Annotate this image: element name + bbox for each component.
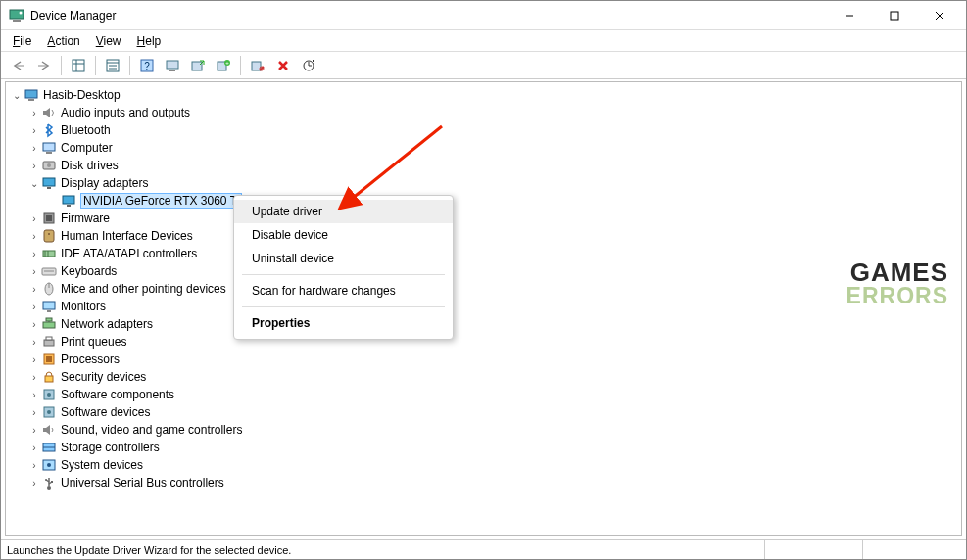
context-update-driver[interactable]: Update driver [234, 200, 453, 223]
svg-rect-26 [28, 99, 34, 101]
caret-icon[interactable]: › [27, 337, 41, 348]
help-button[interactable]: ? [135, 54, 159, 77]
forward-button[interactable] [32, 54, 56, 77]
minimize-button[interactable] [827, 1, 872, 30]
context-disable-device[interactable]: Disable device [234, 223, 453, 247]
bluetooth-icon [41, 122, 57, 138]
scan-button[interactable] [161, 54, 184, 77]
tree-category-node[interactable]: ›Sound, video and game controllers [6, 421, 961, 439]
add-legacy-button[interactable]: + [212, 54, 235, 77]
tree-category-node[interactable]: ›Network adapters [6, 315, 961, 333]
tree-category-node[interactable]: ›Bluetooth [6, 121, 961, 139]
tree-node-label: Network adapters [61, 317, 153, 331]
context-uninstall-device[interactable]: Uninstall device [234, 247, 453, 270]
svg-rect-36 [46, 215, 52, 221]
disable-toolbar-button[interactable] [246, 54, 269, 77]
tree-category-node[interactable]: ›Monitors [6, 298, 961, 315]
tree-node-label: Security devices [61, 370, 146, 384]
tree-node-label: IDE ATA/ATAPI controllers [61, 247, 197, 260]
caret-icon[interactable]: › [27, 372, 41, 383]
svg-rect-55 [45, 376, 53, 382]
svg-rect-18 [192, 62, 202, 70]
caret-icon[interactable]: › [27, 390, 41, 400]
context-separator [242, 306, 445, 307]
tree-root-node[interactable]: ⌄Hasib-Desktop [6, 86, 961, 104]
computer-icon [41, 140, 57, 156]
tree-category-node[interactable]: ›Print queues [6, 333, 961, 350]
scan-hardware-button[interactable] [297, 54, 320, 77]
caret-icon[interactable]: › [27, 478, 41, 489]
caret-icon[interactable]: › [27, 266, 41, 277]
caret-icon[interactable]: › [27, 213, 41, 224]
svg-rect-37 [44, 230, 54, 242]
device-tree-panel[interactable]: ⌄Hasib-Desktop›Audio inputs and outputs›… [5, 81, 962, 536]
tree-category-node[interactable]: ›Human Interface Devices [6, 227, 961, 245]
caret-icon[interactable]: › [27, 407, 41, 418]
back-button[interactable] [7, 54, 30, 77]
tree-node-label: Sound, video and game controllers [61, 423, 242, 437]
system-icon [41, 457, 57, 473]
properties-button[interactable] [101, 54, 124, 77]
caret-icon[interactable]: › [27, 249, 41, 259]
tree-category-node[interactable]: ›Storage controllers [6, 439, 961, 456]
caret-icon[interactable]: › [27, 108, 41, 118]
tree-category-node[interactable]: ›Firmware [6, 210, 961, 227]
tree-category-node[interactable]: ›Software components [6, 386, 961, 403]
usb-icon [41, 475, 57, 490]
tree-node-label: Mice and other pointing devices [61, 282, 226, 296]
tree-category-node[interactable]: ›Security devices [6, 368, 961, 386]
tree-device-node[interactable]: NVIDIA GeForce RTX 3060 Ti [6, 192, 961, 210]
display-icon [41, 175, 57, 191]
tree-category-node[interactable]: ›Universal Serial Bus controllers [6, 474, 961, 491]
tree-category-node[interactable]: ›System devices [6, 456, 961, 474]
caret-down-icon[interactable]: ⌄ [10, 90, 24, 101]
maximize-button[interactable] [872, 1, 917, 30]
svg-point-59 [47, 410, 51, 414]
tree-category-node[interactable]: ›IDE ATA/ATAPI controllers [6, 245, 961, 262]
caret-icon[interactable]: ⌄ [27, 178, 41, 189]
caret-icon[interactable]: › [27, 354, 41, 365]
tree-category-node[interactable]: ›Software devices [6, 403, 961, 421]
caret-icon[interactable]: › [27, 143, 41, 154]
caret-icon[interactable]: › [27, 161, 41, 171]
caret-icon[interactable]: › [27, 443, 41, 453]
menu-help[interactable]: Help [129, 32, 169, 50]
caret-icon[interactable]: › [27, 125, 41, 136]
menu-action[interactable]: Action [39, 32, 87, 50]
status-text: Launches the Update Driver Wizard for th… [7, 544, 764, 556]
tree-category-node[interactable]: ›Computer [6, 139, 961, 157]
context-separator [242, 274, 445, 275]
caret-icon[interactable]: › [27, 284, 41, 295]
tree-node-label: NVIDIA GeForce RTX 3060 Ti [80, 193, 242, 209]
svg-rect-28 [46, 152, 52, 154]
caret-icon[interactable]: › [27, 231, 41, 242]
svg-point-63 [47, 463, 51, 467]
tree-node-label: Storage controllers [61, 441, 160, 454]
show-hide-tree-button[interactable] [67, 54, 90, 77]
tree-category-node[interactable]: ›Keyboards [6, 262, 961, 280]
tree-category-node[interactable]: ›Processors [6, 350, 961, 368]
caret-icon[interactable]: › [27, 319, 41, 330]
close-button[interactable] [917, 1, 962, 30]
context-properties[interactable]: Properties [234, 311, 453, 335]
caret-icon[interactable]: › [27, 460, 41, 471]
tree-category-node[interactable]: ⌄Display adapters [6, 174, 961, 192]
caret-icon[interactable]: › [27, 425, 41, 436]
speaker-icon [41, 105, 57, 120]
menu-file[interactable]: File [5, 32, 39, 50]
caret-icon[interactable]: › [27, 302, 41, 312]
uninstall-toolbar-button[interactable] [271, 54, 295, 77]
menu-view[interactable]: View [88, 32, 129, 50]
hid-icon [41, 228, 57, 244]
svg-text:+: + [225, 60, 229, 66]
tree-node-label: Monitors [61, 300, 106, 313]
svg-rect-27 [43, 143, 55, 151]
update-driver-toolbar-button[interactable] [186, 54, 210, 77]
tree-category-node[interactable]: ›Disk drives [6, 157, 961, 174]
tree-node-label: Human Interface Devices [61, 229, 193, 243]
context-scan-hardware[interactable]: Scan for hardware changes [234, 279, 453, 303]
ide-icon [41, 246, 57, 261]
tree-category-node[interactable]: ›Audio inputs and outputs [6, 104, 961, 121]
toolbar-separator [240, 56, 241, 75]
tree-category-node[interactable]: ›Mice and other pointing devices [6, 280, 961, 298]
